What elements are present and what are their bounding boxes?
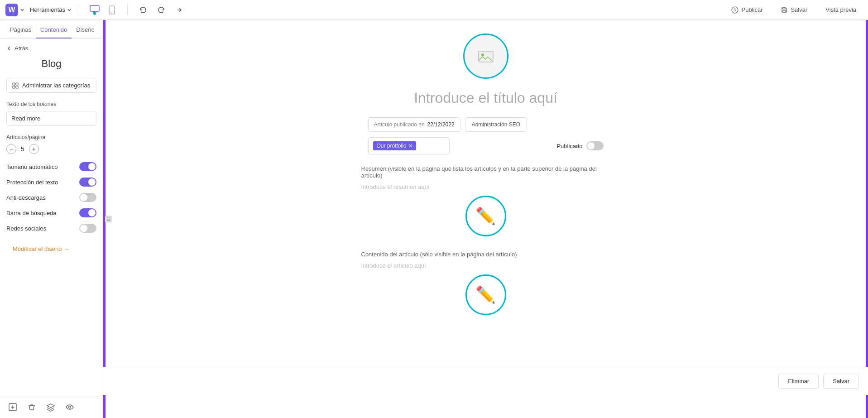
svg-point-11 <box>69 406 71 408</box>
logo-icon: W <box>5 4 18 16</box>
logo[interactable]: W <box>5 4 24 16</box>
articles-per-page-label: Artículos/página <box>6 134 96 140</box>
button-text-label: Texto de los botones <box>6 101 96 107</box>
more-history-button[interactable] <box>171 2 187 18</box>
topbar-right: Publicar Salvar Vista previa <box>725 4 863 16</box>
sidebar-content: Atrás Blog Administrar las categorías Te… <box>0 38 103 396</box>
published-toggle[interactable] <box>586 141 604 150</box>
chevron-down-icon <box>20 8 24 12</box>
sidebar-title: Blog <box>6 58 96 70</box>
category-field: Our protfolio ✕ <box>368 137 450 154</box>
content-placeholder: Introduce el artículo aquí <box>361 262 610 269</box>
layers-icon[interactable] <box>44 401 57 413</box>
add-page-icon[interactable] <box>6 401 19 413</box>
save-article-button[interactable]: Salvar <box>823 374 859 389</box>
sidebar: Páginas Contenido Diseño Atrás Blog Admi… <box>0 20 103 418</box>
sidebar-tabs: Páginas Contenido Diseño <box>0 20 103 38</box>
decrement-button[interactable]: − <box>6 144 16 154</box>
canvas-area: Introduce el título aquí Artículo public… <box>103 20 868 418</box>
svg-point-2 <box>111 12 112 13</box>
svg-rect-9 <box>16 86 18 88</box>
divider-2 <box>127 5 128 15</box>
visibility-icon[interactable] <box>63 401 76 413</box>
tab-content[interactable]: Contenido <box>36 20 72 38</box>
summary-edit-circle[interactable]: ✏️ <box>465 196 506 236</box>
redo-button[interactable] <box>153 2 169 18</box>
modify-design-link[interactable]: Modificar el diseño → <box>6 239 96 259</box>
toggle-social: Redes sociales <box>6 224 96 233</box>
desktop-button[interactable] <box>86 2 103 18</box>
back-arrow-icon <box>6 46 12 51</box>
content-panel: Introduce el título aquí Artículo public… <box>103 20 868 367</box>
sidebar-bottom-bar <box>0 396 103 418</box>
image-placeholder-icon <box>477 48 495 64</box>
toggle-auto-size: Tamaño automático <box>6 162 96 171</box>
seo-button[interactable]: Administración SEO <box>465 117 527 132</box>
social-toggle[interactable] <box>79 224 96 233</box>
svg-rect-6 <box>13 83 15 85</box>
button-text-input[interactable] <box>6 111 96 126</box>
svg-rect-8 <box>13 86 15 88</box>
delete-button[interactable]: Eliminar <box>778 374 819 389</box>
content-section: Contenido del artículo (sólo visible en … <box>361 251 610 315</box>
summary-placeholder: Introduce el resumen aquí <box>361 183 610 190</box>
herramientas-menu[interactable]: Herramientas <box>30 6 72 13</box>
history-icons <box>135 2 187 18</box>
mobile-button[interactable] <box>104 2 120 18</box>
published-date-field[interactable]: Artículo publicado en 22/12/2022 <box>368 117 460 132</box>
auto-size-toggle[interactable] <box>79 162 96 171</box>
svg-point-13 <box>481 53 484 56</box>
content-edit-circle[interactable]: ✏️ <box>465 274 506 315</box>
text-protection-toggle[interactable] <box>79 178 96 187</box>
toggle-anti-download: Anti-descargas <box>6 193 96 202</box>
content-title: Contenido del artículo (sólo visible en … <box>361 251 610 258</box>
svg-rect-7 <box>16 83 18 85</box>
tab-design[interactable]: Diseño <box>72 20 99 38</box>
publish-button[interactable]: Publicar <box>725 4 769 16</box>
articles-count: 5 <box>21 145 24 153</box>
grid-icon <box>12 82 19 89</box>
svg-rect-5 <box>783 8 785 9</box>
published-label: Publicado <box>556 143 582 149</box>
pencil-icon: ✏️ <box>475 207 496 226</box>
toggle-text-protection: Protección del texto <box>6 178 96 187</box>
delete-icon[interactable] <box>25 401 38 413</box>
manage-categories-button[interactable]: Administrar las categorías <box>6 78 96 93</box>
menu-chevron-icon <box>67 8 72 12</box>
svg-rect-0 <box>90 5 99 11</box>
toggle-search-bar: Barra de búsqueda <box>6 208 96 217</box>
undo-button[interactable] <box>135 2 151 18</box>
svg-rect-12 <box>479 51 493 62</box>
preview-button[interactable]: Vista previa <box>819 4 863 16</box>
back-button[interactable]: Atrás <box>6 45 96 52</box>
topbar: W Herramientas Publicar <box>0 0 868 20</box>
content-pencil-icon: ✏️ <box>475 285 496 304</box>
summary-section: Resumen (visible en la página que lista … <box>361 165 610 236</box>
articles-section: Artículos/página − 5 + <box>6 134 96 154</box>
tag-remove-icon[interactable]: ✕ <box>408 143 412 149</box>
anti-download-toggle[interactable] <box>79 193 96 202</box>
save-button[interactable]: Salvar <box>774 4 814 16</box>
tab-pages[interactable]: Páginas <box>5 20 36 38</box>
article-title[interactable]: Introduce el título aquí <box>414 90 557 106</box>
category-tag[interactable]: Our protfolio ✕ <box>373 141 416 150</box>
device-icons <box>86 2 120 18</box>
search-bar-toggle[interactable] <box>79 208 96 217</box>
resize-handle[interactable] <box>105 216 112 222</box>
svg-rect-4 <box>783 10 786 12</box>
article-image-placeholder[interactable] <box>463 34 508 79</box>
divider-1 <box>79 5 79 15</box>
bottom-actions: Eliminar Salvar <box>103 367 868 395</box>
increment-button[interactable]: + <box>29 144 39 154</box>
summary-title: Resumen (visible en la página que lista … <box>361 165 610 179</box>
right-border <box>866 20 868 418</box>
canvas-inner: Introduce el título aquí Artículo public… <box>103 20 868 418</box>
articles-counter: − 5 + <box>6 144 96 154</box>
main-layout: Páginas Contenido Diseño Atrás Blog Admi… <box>0 20 868 418</box>
